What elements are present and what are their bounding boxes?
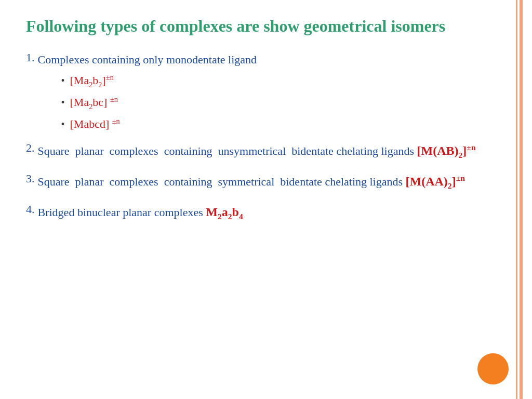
item-2-content: Square planar complexes containing unsym…: [38, 141, 501, 162]
slide: Following types of complexes are show ge…: [0, 0, 532, 399]
sub-item-1: • [Ma2b2]±n: [61, 72, 501, 90]
formula-mab2: [M(AB)2]±n: [417, 144, 476, 157]
formula-2: [Ma2bc] ±n: [70, 94, 118, 112]
slide-title: Following types of complexes are show ge…: [26, 16, 501, 36]
bullet-3: •: [61, 116, 65, 132]
formula-maa2: [M(AA)2]±n: [406, 175, 465, 188]
item-4-number: 4.: [26, 203, 35, 216]
item-3-content: Square planar complexes containing symme…: [38, 172, 501, 192]
item-3-number: 3.: [26, 172, 35, 185]
formula-m2a2b4: M2a2b4: [206, 205, 243, 219]
formula-3: [Mabcd] ±n: [70, 115, 120, 133]
bullet-1: •: [61, 73, 65, 89]
item-2-number: 2.: [26, 141, 35, 155]
sub-item-2: • [Ma2bc] ±n: [61, 94, 501, 112]
sub-item-3: • [Mabcd] ±n: [61, 115, 501, 133]
content-area: 1. Complexes containing only monodentate…: [26, 51, 501, 223]
border-decoration-outer: [520, 0, 523, 399]
item-1-content: Complexes containing only monodentate li…: [38, 51, 501, 136]
sub-list-1: • [Ma2b2]±n • [Ma2bc] ±n • [Mabcd] ±n: [38, 72, 501, 133]
list-item-2: 2. Square planar complexes containing un…: [26, 141, 501, 162]
item-4-content: Bridged binuclear planar complexes M2a2b…: [38, 203, 501, 223]
list-item-3: 3. Square planar complexes containing sy…: [26, 172, 501, 192]
list-item-1: 1. Complexes containing only monodentate…: [26, 51, 501, 136]
border-decoration-inner: [516, 0, 517, 399]
item-1-text: Complexes containing only monodentate li…: [38, 51, 501, 69]
list-item-4: 4. Bridged binuclear planar complexes M2…: [26, 203, 501, 223]
item-1-number: 1.: [26, 51, 35, 64]
orange-circle-decoration: [477, 353, 509, 384]
bullet-2: •: [61, 95, 65, 111]
formula-1: [Ma2b2]±n: [70, 72, 114, 90]
